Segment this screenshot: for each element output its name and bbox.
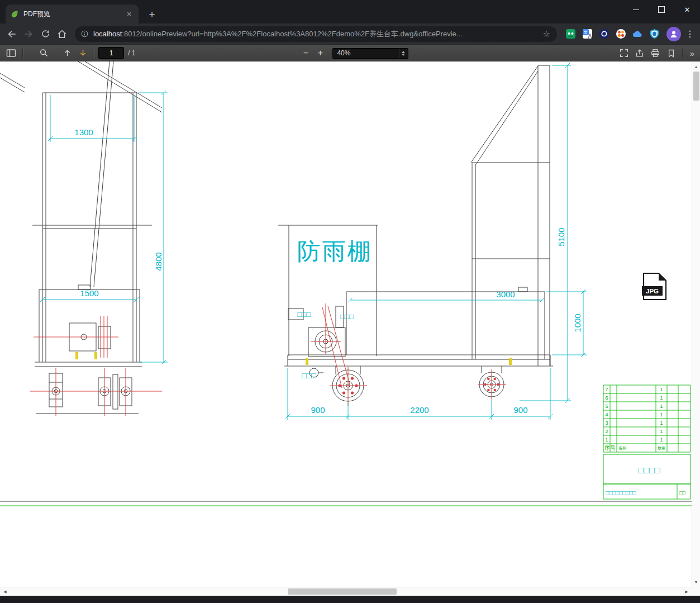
bom-row-no: 7 [605,387,608,392]
bom-header-name: 名称 [618,446,626,450]
dim-body-width: 3000 [496,289,515,299]
window-close-button[interactable]: ✕ [674,0,700,19]
forward-button[interactable] [20,26,37,42]
back-button[interactable] [3,26,20,42]
toolbar-separator [682,49,683,58]
zoom-in-button[interactable]: + [313,46,327,60]
window-minimize-button[interactable] [623,0,649,19]
dim-wheelbase: 2200 [410,405,428,415]
toolbar-separator [94,49,95,58]
print-icon [650,48,660,58]
more-tools-button[interactable]: » [687,49,698,58]
bom-row-qty: 1 [660,412,663,417]
extension-shield-icon[interactable] [649,29,660,40]
bom-row-qty: 1 [660,403,663,409]
jpg-file-icon: JPG [642,273,666,300]
print-button[interactable] [647,46,663,60]
page-info-icon[interactable] [80,30,89,38]
bom-header-no: 序号 [604,445,616,451]
tab-close-icon[interactable]: ✕ [124,9,134,19]
zoom-select[interactable]: 40% [332,48,408,59]
vertical-scrollbar[interactable]: ▲ ▼ [692,61,700,587]
bom-row-qty: 1 [660,437,663,443]
tofu-text-3: □□□ [302,371,316,380]
page-number-input[interactable] [98,47,124,59]
page-count-label: / 1 [128,49,135,57]
horizontal-scrollbar[interactable]: ◀ ▶ [0,587,692,596]
zoom-spinner-icon[interactable] [398,49,407,58]
extension-ring-icon[interactable] [598,29,609,40]
url-path: :8012/onlinePreview?url=http%3A%2F%2Floc… [122,30,462,38]
zoom-controls: − + 40% [298,45,408,61]
minimize-icon [633,10,639,10]
bom-row-no: 6 [605,395,608,401]
browser-toolbar: localhost:8012/onlinePreview?url=http%3A… [0,23,700,45]
jpg-label: JPG [646,288,659,295]
extension-translate-icon[interactable] [582,29,593,40]
arrow-up-icon [63,48,72,58]
bookmark-star-icon[interactable]: ☆ [542,29,551,39]
open-file-button[interactable] [632,46,647,60]
zoom-out-button[interactable]: − [298,46,313,60]
home-icon [56,29,68,40]
bom-row-qty: 1 [660,395,663,401]
home-button[interactable] [54,26,70,42]
next-page-button[interactable] [75,46,91,60]
dim-front-mid-width: 1500 [80,288,98,298]
address-bar[interactable]: localhost:8012/onlinePreview?url=http%3A… [75,26,557,42]
scroll-up-icon[interactable]: ▲ [692,63,700,70]
extensions-row [565,29,660,40]
bom-row-no: 4 [605,412,608,417]
profile-avatar[interactable] [666,27,681,41]
scroll-left-icon[interactable]: ◀ [1,587,9,596]
horizontal-scrollbar-thumb[interactable] [288,588,397,595]
dim-axle-left: 900 [311,405,325,415]
extension-cloud-icon[interactable] [632,29,643,40]
pdf-page: 1300 4800 1500 3000 1000 5100 900 2200 9… [0,61,692,587]
dim-body-height: 1000 [573,314,582,332]
dim-side-height: 5100 [556,227,566,246]
bom-row-qty: 1 [660,387,663,392]
scrollbar-corner [692,587,700,596]
bookmark-button[interactable] [663,46,679,60]
back-icon [6,29,17,40]
reload-button[interactable] [37,26,54,42]
forward-icon [23,29,34,40]
bom-row-no: 1 [605,437,608,443]
tofu-text-1: □□□ [297,310,311,319]
toolbar-separator [22,49,23,58]
zoom-value: 40% [337,49,350,57]
leaf-favicon-icon [10,10,19,18]
bom-header-qty: 数量 [658,446,665,450]
tofu-text-2: □□□ [340,312,354,321]
find-button[interactable] [36,46,51,60]
open-file-icon [635,48,645,58]
tab-title: PDF预览 [23,10,124,19]
browser-tab[interactable]: PDF预览 ✕ [6,4,139,23]
browser-menu-kebab-icon[interactable]: ⋮ [683,29,697,39]
scroll-down-icon[interactable]: ▼ [692,578,700,586]
arrow-down-icon [78,48,88,58]
bom-row-no: 2 [605,429,608,434]
search-icon [39,48,49,58]
extension-monkey-icon[interactable] [565,29,576,40]
previous-page-button[interactable] [59,46,75,60]
new-tab-button[interactable]: + [144,7,160,22]
presentation-mode-button[interactable] [616,46,632,60]
bom-row-no: 3 [605,420,608,426]
sidebar-toggle-icon [6,48,17,59]
maximize-icon [658,6,665,13]
titleblock-strip-tofu: □□□□□□□□□ [606,490,636,496]
shelter-label: 防雨棚 [297,238,373,264]
scroll-right-icon[interactable]: ▶ [683,587,691,596]
vertical-scrollbar-thumb[interactable] [693,72,699,101]
pdf-toolbar-right: » [616,45,698,61]
extension-dots-icon[interactable] [615,29,626,40]
bom-row-qty: 1 [660,420,663,426]
sidebar-toggle-button[interactable] [3,46,19,60]
dim-axle-right: 900 [513,405,527,415]
bom-row-no: 5 [605,403,608,409]
window-maximize-button[interactable] [649,0,674,19]
url-text: localhost:8012/onlinePreview?url=http%3A… [93,29,542,39]
avatar-person-icon [669,30,678,39]
